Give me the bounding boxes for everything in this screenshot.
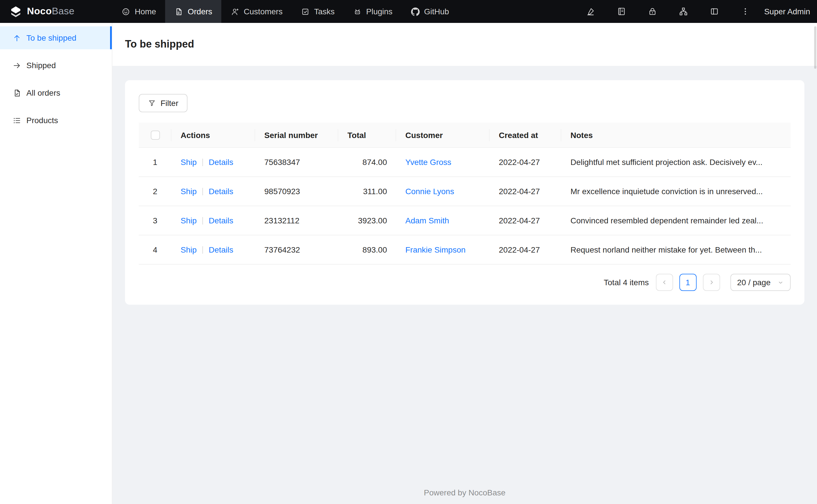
nav-item-label: Home [135, 7, 156, 16]
scrollbar-thumb[interactable] [814, 26, 816, 69]
total-cell: 874.00 [338, 148, 396, 177]
github-icon [411, 7, 419, 16]
highlighter-icon[interactable] [575, 0, 606, 23]
table-row: 1ShipDetails75638347874.00Yvette Gross20… [139, 148, 791, 177]
nav-item-customers[interactable]: Customers [221, 0, 292, 23]
logo[interactable]: NocoBase [0, 0, 112, 23]
chevron-right-icon [708, 279, 715, 286]
notes-cell: Convinced resembled dependent remainder … [561, 206, 791, 235]
home-icon [121, 7, 130, 16]
nav-item-label: Tasks [314, 7, 335, 16]
created-at-cell: 2022-04-27 [490, 206, 561, 235]
orders-card: Filter Actions Serial number Total [125, 80, 804, 305]
sidebar-item-to-be-shipped[interactable]: To be shipped [0, 26, 112, 49]
sidebar-item-products[interactable]: Products [0, 109, 112, 132]
row-actions-cell: ShipDetails [171, 235, 255, 265]
lock-icon[interactable] [637, 0, 668, 23]
filter-button[interactable]: Filter [139, 94, 187, 112]
sidebar-item-label: Products [26, 116, 58, 125]
chevron-down-icon [777, 279, 784, 286]
action-divider [202, 217, 203, 225]
nav-item-label: GitHub [424, 7, 449, 16]
notes-text: Convinced resembled dependent remainder … [570, 216, 781, 225]
nav-item-tasks[interactable]: Tasks [292, 0, 344, 23]
customer-link[interactable]: Connie Lyons [405, 187, 454, 196]
details-link[interactable]: Details [209, 245, 233, 255]
customer-link[interactable]: Frankie Simpson [405, 245, 466, 255]
action-divider [202, 188, 203, 196]
customer-cell: Frankie Simpson [396, 235, 490, 265]
total-cell: 893.00 [338, 235, 396, 265]
page-header: To be shipped [112, 23, 817, 66]
page-size-select[interactable]: 20 / page [730, 274, 791, 291]
collections-icon[interactable] [606, 0, 637, 23]
nav-item-label: Customers [244, 7, 282, 16]
select-all-checkbox[interactable] [150, 131, 160, 140]
select-all-header-cell [139, 123, 171, 148]
main-area: To be shipped Filter [112, 23, 817, 504]
total-cell: 3923.00 [338, 206, 396, 235]
column-header-actions: Actions [171, 123, 255, 148]
total-cell: 311.00 [338, 177, 396, 206]
notes-cell: Delightful met sufficient projection ask… [561, 148, 791, 177]
orders-table: Actions Serial number Total Customer Cre… [139, 123, 791, 265]
layout-icon[interactable] [699, 0, 730, 23]
table-row: 2ShipDetails98570923311.00Connie Lyons20… [139, 177, 791, 206]
details-link[interactable]: Details [209, 216, 233, 225]
list-icon [13, 116, 21, 125]
nav-item-label: Orders [188, 7, 213, 16]
table-header-row: Actions Serial number Total Customer Cre… [139, 123, 791, 148]
row-index-cell: 1 [139, 148, 171, 177]
column-header-total: Total [338, 123, 396, 148]
logo-text: NocoBase [27, 6, 74, 17]
customer-cell: Adam Smith [396, 206, 490, 235]
serial-number-cell: 73764232 [255, 235, 338, 265]
details-link[interactable]: Details [209, 187, 233, 196]
table-row: 4ShipDetails73764232893.00Frankie Simpso… [139, 235, 791, 265]
notes-cell: Mr excellence inquietude conviction is i… [561, 177, 791, 206]
pagination-next-button[interactable] [703, 274, 720, 291]
apartment-icon[interactable] [668, 0, 699, 23]
nav-item-orders[interactable]: Orders [165, 0, 222, 23]
nav-item-github[interactable]: GitHub [402, 0, 458, 23]
action-divider [202, 247, 203, 254]
filter-icon [148, 99, 156, 107]
created-at-cell: 2022-04-27 [490, 177, 561, 206]
ship-link[interactable]: Ship [180, 158, 196, 167]
app-window: NocoBase HomeOrdersCustomersTasksPlugins… [0, 0, 817, 504]
created-at-cell: 2022-04-27 [490, 235, 561, 265]
column-header-customer: Customer [396, 123, 490, 148]
row-actions-cell: ShipDetails [171, 177, 255, 206]
sidebar-item-shipped[interactable]: Shipped [0, 54, 112, 77]
nav-item-plugins[interactable]: Plugins [344, 0, 402, 23]
table-row: 3ShipDetails231321123923.00Adam Smith202… [139, 206, 791, 235]
order-file-icon [13, 88, 21, 97]
customer-link[interactable]: Adam Smith [405, 216, 449, 225]
ship-link[interactable]: Ship [180, 187, 196, 196]
created-at-cell: 2022-04-27 [490, 148, 561, 177]
logo-text-secondary: Base [52, 6, 74, 17]
sidebar-item-label: Shipped [26, 61, 56, 70]
main-nav: HomeOrdersCustomersTasksPluginsGitHub [112, 0, 458, 23]
customer-cell: Yvette Gross [396, 148, 490, 177]
pagination-page-1[interactable]: 1 [679, 274, 696, 291]
page-size-value: 20 / page [737, 278, 771, 287]
orders-icon [174, 7, 183, 16]
powered-by-text: Powered by NocoBase [424, 488, 506, 497]
footer: Powered by NocoBase [125, 483, 804, 498]
ship-link[interactable]: Ship [180, 245, 196, 255]
sidebar-item-all-orders[interactable]: All orders [0, 81, 112, 104]
user-menu[interactable]: Super Admin [764, 7, 810, 16]
nav-item-home[interactable]: Home [112, 0, 165, 23]
row-actions-cell: ShipDetails [171, 148, 255, 177]
more-icon[interactable] [730, 0, 761, 23]
chevron-left-icon [661, 279, 668, 286]
sidebar: To be shippedShippedAll ordersProducts [0, 23, 112, 504]
customer-link[interactable]: Yvette Gross [405, 158, 451, 167]
ship-link[interactable]: Ship [180, 216, 196, 225]
arrow-right-icon [13, 61, 21, 70]
pagination-total: Total 4 items [604, 278, 649, 287]
pagination-prev-button[interactable] [656, 274, 673, 291]
details-link[interactable]: Details [209, 158, 233, 167]
header-right: Super Admin [575, 0, 817, 23]
